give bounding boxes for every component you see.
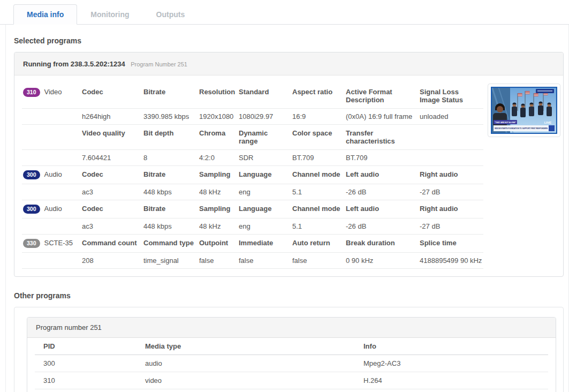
stream-header-row: Video qualityBit depthChromaDynamic rang… <box>22 125 483 150</box>
stream-header-row: 310VideoCodecBitrateResolutionStandardAs… <box>22 84 483 109</box>
banner-text: WIDOW STARTS FOUNDATION TO SUPPORT FIRST… <box>495 127 548 130</box>
column-header: Chroma <box>198 125 238 150</box>
pid-badge: 300 <box>23 170 40 179</box>
pid-cell: video <box>136 372 355 389</box>
column-header: Right audio <box>419 200 483 218</box>
column-header: Left audio <box>345 166 419 184</box>
stream-type-label: Audio <box>44 205 62 213</box>
value-cell: 5.1 <box>291 218 345 235</box>
program-number-header: Program number 251 <box>27 318 556 338</box>
column-header: Video quality <box>81 125 142 150</box>
value-cell: time_signal <box>142 253 198 269</box>
empty-cell <box>22 109 81 125</box>
column-header: Dynamic range <box>238 125 291 150</box>
value-cell: 4:2:0 <box>198 150 238 166</box>
stream-value-row: ac3448 kbps48 kHzeng5.1-26 dB-27 dB <box>22 184 483 200</box>
column-header: Signal Loss Image Status <box>419 84 483 109</box>
pid-header-row: PIDMedia typeInfo <box>35 338 548 355</box>
tab-monitoring[interactable]: Monitoring <box>77 4 142 25</box>
value-cell: h264high <box>81 109 142 125</box>
stream-value-row: h264high3390.985 kbps1920x10801080i29.97… <box>22 109 483 125</box>
column-header: Bitrate <box>142 200 198 218</box>
column-header: Command count <box>81 235 142 253</box>
chyron-text: "THEY ARE NOT ALONE" <box>495 122 516 124</box>
channel-logo-box <box>549 125 555 131</box>
value-cell: eng <box>238 218 291 235</box>
pid-column-header: Info <box>355 338 548 355</box>
value-cell: 5.1 <box>291 184 345 200</box>
stream-type-cell <box>22 125 81 150</box>
pid-row: 300audioMpeg2-AC3 <box>35 355 548 372</box>
column-header: Bit depth <box>142 125 198 150</box>
pid-column-header: PID <box>35 338 136 355</box>
column-header: Codec <box>81 200 142 218</box>
value-cell: false <box>291 253 345 269</box>
tab-bar: Media info Monitoring Outputs <box>0 0 569 25</box>
column-header: Bitrate <box>142 166 198 184</box>
pid-table: PIDMedia typeInfo300audioMpeg2-AC3310vid… <box>35 338 548 392</box>
column-header: Immediate <box>238 235 291 253</box>
pid-badge: 300 <box>23 205 40 214</box>
value-cell: 7.604421 <box>81 150 142 166</box>
value-cell: 448 kbps <box>142 218 198 235</box>
value-cell: unloaded <box>419 109 483 125</box>
column-header: Color space <box>291 125 345 150</box>
empty-cell <box>22 150 81 166</box>
value-cell <box>419 150 483 166</box>
value-cell: 3390.985 kbps <box>142 109 198 125</box>
pid-cell: metadata <box>136 389 355 392</box>
stream-header-row: 330SCTE-35Command countCommand typeOutpo… <box>22 235 483 253</box>
other-programs-card: Program number 251 PIDMedia typeInfo300a… <box>14 307 564 392</box>
column-header: Active Format Description <box>345 84 419 109</box>
pid-cell: 310 <box>35 372 136 389</box>
column-header: Auto return <box>291 235 345 253</box>
column-header: Language <box>238 166 291 184</box>
column-header <box>419 125 483 150</box>
value-cell: false <box>238 253 291 269</box>
stream-program-number: Program Number 251 <box>131 61 187 67</box>
stream-value-row: ac3448 kbps48 kHzeng5.1-26 dB-27 dB <box>22 218 483 235</box>
tab-outputs[interactable]: Outputs <box>143 4 199 25</box>
column-header: Channel mode <box>291 166 345 184</box>
value-cell: false <box>198 253 238 269</box>
stream-type-cell: 330SCTE-35 <box>22 235 81 253</box>
pid-cell: 300 <box>35 355 136 372</box>
value-cell: -26 dB <box>345 184 419 200</box>
column-header: Codec <box>81 166 142 184</box>
column-header: Channel mode <box>291 200 345 218</box>
pid-cell: audio <box>136 355 355 372</box>
tab-media-info[interactable]: Media info <box>13 4 77 25</box>
value-cell: 448 kbps <box>142 184 198 200</box>
selected-programs-heading: Selected programs <box>14 36 564 45</box>
value-cell: BT.709 <box>345 150 419 166</box>
value-cell: BT.709 <box>291 150 345 166</box>
program-251-card: Program number 251 PIDMedia typeInfo300a… <box>27 317 556 392</box>
value-cell: 0 90 kHz <box>345 253 419 269</box>
column-header: Aspect ratio <box>291 84 345 109</box>
stream-value-row: 7.60442184:2:0SDRBT.709BT.709 <box>22 150 483 166</box>
live-label: LIVE <box>544 121 551 124</box>
value-cell: 4188895499 90 kHz <box>419 253 483 269</box>
stream-type-label: SCTE-35 <box>44 239 73 247</box>
stream-source-title: Running from 238.3.5.202:1234 <box>23 60 125 68</box>
column-header: Resolution <box>198 84 238 109</box>
empty-cell <box>22 184 81 200</box>
value-cell: ac3 <box>81 218 142 235</box>
pid-column-header: Media type <box>136 338 355 355</box>
column-header: Sampling <box>198 200 238 218</box>
value-cell: 1080i29.97 <box>238 109 291 125</box>
empty-cell <box>22 218 81 235</box>
stream-type-label: Video <box>44 88 62 96</box>
empty-cell <box>22 253 81 269</box>
column-header: Splice time <box>419 235 483 253</box>
column-header: Sampling <box>198 166 238 184</box>
pid-cell: H.264 <box>355 372 548 389</box>
value-cell: -26 dB <box>345 218 419 235</box>
stream-header-row: 300AudioCodecBitrateSamplingLanguageChan… <box>22 166 483 184</box>
stream-table: 310VideoCodecBitrateResolutionStandardAs… <box>22 84 483 269</box>
media-info-panel: Selected programs Running from 238.3.5.2… <box>5 25 569 392</box>
pid-cell: SCTE-35 <box>355 389 548 392</box>
stream-type-cell: 300Audio <box>22 200 81 218</box>
column-header: Command type <box>142 235 198 253</box>
value-cell: ac3 <box>81 184 142 200</box>
